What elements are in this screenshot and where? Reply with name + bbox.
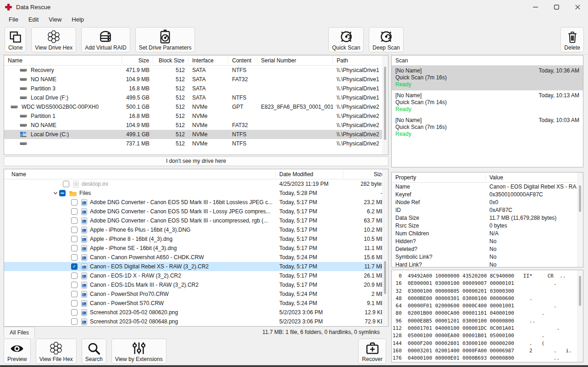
drive-row[interactable]: Recovery471.9 MB512SATANTFS\\.\PhysicalD… [4, 66, 388, 75]
file-row[interactable]: Apple - iPhone SE - 16bit (4_3).dngToday… [4, 244, 388, 253]
file-row[interactable]: Adobe DNG Converter - Canon EOS 5D Mark … [4, 216, 388, 225]
file-row[interactable]: Canon - EOS-1Ds Mark III - RAW (3_2).CR2… [4, 280, 388, 289]
drive-col-path[interactable]: Path [333, 57, 388, 64]
prop-col-property[interactable]: Property [392, 174, 486, 181]
view-file-hex-button[interactable]: View File Hex [36, 339, 77, 364]
hex-row: 48 0000BE00 00000301 03000100 00000600 . [393, 295, 582, 302]
file-checkbox[interactable] [71, 263, 78, 270]
file-row[interactable]: Canon - PowerShot Pro70.CRWToday, 5:24 P… [4, 289, 388, 299]
file-size: 26.1 MB [344, 272, 388, 279]
file-row[interactable]: Screenshot 2023-05-02 080620.png5/2/2023… [4, 308, 388, 317]
drive-icon [20, 68, 27, 72]
delete-button[interactable]: Delete [560, 27, 584, 52]
deep-scan-button[interactable]: Deep Scan [369, 27, 403, 52]
quick-scan-button[interactable]: Quick Scan [328, 27, 364, 52]
file-row[interactable]: Adobe DNG Converter - Canon EOS 5D Mark … [4, 207, 388, 216]
file-size: 12.9 KB [344, 309, 388, 316]
drive-name-cell: Local Drive (C:) [4, 131, 122, 138]
drive-col-interface[interactable]: Interface [189, 57, 228, 64]
maximize-button[interactable] [546, 0, 567, 14]
hex-row: 176 04000100 00000E01 0000B693 00000800 … [393, 355, 582, 362]
drive-table-scrollbar[interactable] [382, 56, 388, 155]
scan-time: Today, 10:13 AM [539, 92, 580, 99]
scan-entry[interactable]: [No Name]Today, 10:36 AMQuick Scan (7m 1… [392, 66, 583, 90]
file-row[interactable]: Apple - iPhone 8 - 16bit (4_3).dngToday,… [4, 234, 388, 244]
menu-item-file[interactable]: File [5, 15, 22, 24]
file-checkbox[interactable] [71, 208, 78, 215]
recover-button[interactable]: Recover [358, 339, 386, 364]
file-row[interactable]: Canon - PowerShot S70.CRWToday, 5:24 PM9… [4, 299, 388, 308]
menu-item-view[interactable]: View [44, 15, 66, 24]
file-row[interactable]: Adobe DNG Converter - Canon EOS 5D Mark … [4, 198, 388, 207]
drive-row[interactable]: Partition 316.8 MB512SATA\\.\PhysicalDri… [4, 84, 388, 93]
file-row[interactable]: Canon - Canon Powershot A650 - CHDK.CRWT… [4, 253, 388, 262]
preview-button[interactable]: Preview [4, 339, 31, 364]
file-row[interactable]: Canon - EOS-1D X - RAW (3_2).CR2Today, 5… [4, 271, 388, 280]
drive-col-content[interactable]: Content [228, 57, 257, 64]
chevron-down-icon[interactable] [52, 189, 59, 197]
file-checkbox[interactable] [71, 217, 78, 224]
drive-content: NTFS [228, 140, 257, 147]
file-checkbox[interactable] [71, 309, 78, 316]
prop-col-value[interactable]: Value [486, 174, 583, 181]
drive-col-name[interactable]: Name [4, 57, 122, 64]
search-button[interactable]: Search [82, 339, 106, 364]
property-panel-scrollbar[interactable] [577, 172, 583, 267]
app-logo-icon [5, 3, 12, 11]
property-name: Rsrc Size [392, 222, 486, 229]
drive-row[interactable]: Partition 116.8 MB512NVMe\\.\PhysicalDri… [4, 111, 388, 121]
drive-col-size[interactable]: Size [122, 57, 153, 64]
file-col-name[interactable]: Name [4, 171, 276, 178]
file-row[interactable]: Screenshot 2023-05-02 080648.png5/2/2023… [4, 317, 388, 326]
file-checkbox[interactable] [59, 190, 66, 196]
file-col-size[interactable]: Size [344, 171, 388, 178]
drive-row[interactable]: Local Drive (F:)499.5 GB512SATANTFS\\.\P… [4, 93, 388, 102]
view-drive-hex-button[interactable]: View Drive Hex [31, 27, 76, 52]
file-checkbox[interactable] [71, 318, 78, 325]
drive-size: 471.9 MB [122, 67, 153, 73]
drive-col-block-size[interactable]: Block Size [153, 57, 189, 64]
all-files-tab[interactable]: All Files [4, 327, 35, 338]
clone-icon [9, 30, 22, 44]
set-drive-parameters-button[interactable]: Set Drive Parameters [135, 27, 195, 52]
file-checkbox[interactable] [71, 291, 78, 297]
minimize-button[interactable] [525, 0, 546, 14]
file-checkbox[interactable] [71, 227, 78, 233]
file-checkbox[interactable] [71, 199, 78, 206]
file-checkbox[interactable] [71, 245, 78, 251]
file-checkbox[interactable] [71, 236, 78, 242]
image-file-icon [81, 272, 87, 279]
file-col-date-modified[interactable]: Date Modified [276, 171, 344, 178]
file-checkbox[interactable] [63, 181, 69, 187]
file-table-scrollbar[interactable] [382, 169, 388, 326]
menu-item-help[interactable]: Help [67, 15, 88, 24]
drive-content: FAT32 [228, 122, 257, 128]
dont-see-drive-button[interactable]: I don't see my drive here [4, 156, 388, 166]
clone-button[interactable]: Clone [5, 27, 26, 52]
hex-panel-scrollbar[interactable] [577, 270, 583, 362]
image-file-icon [81, 236, 87, 243]
file-checkbox[interactable] [71, 272, 78, 279]
drive-col-serial[interactable]: Serial Number [257, 57, 333, 64]
scan-entry[interactable]: [No Name]Today, 10:03 AMQuick Scan (7m 1… [392, 115, 583, 140]
close-button[interactable] [567, 0, 588, 14]
view-by-extensions-button[interactable]: View by Extensions [111, 339, 166, 364]
scan-entry[interactable]: [No Name]Today, 10:13 AMQuick Scan (7m 1… [392, 90, 583, 115]
drive-row[interactable]: NO NAME104.9 MB512SATAFAT32\\.\PhysicalD… [4, 75, 388, 84]
drive-row[interactable]: 737.1 MB512NVMeNTFS\\.\PhysicalDrive2 [4, 139, 388, 148]
file-row[interactable]: FilesToday, 5:28 PM-- [4, 189, 388, 198]
file-checkbox[interactable] [71, 300, 78, 306]
drive-row[interactable]: Local Drive (C:)499.1 GB512NVMeNTFS\\.\P… [4, 130, 388, 139]
file-checkbox[interactable] [71, 254, 78, 261]
menu-item-edit[interactable]: Edit [24, 15, 43, 24]
file-checkbox[interactable] [71, 282, 78, 288]
file-row[interactable]: Apple - iPhone 6s Plus - 16bit (4_3).DNG… [4, 225, 388, 234]
file-size: -- [344, 190, 388, 196]
drive-icon [20, 123, 27, 128]
file-row[interactable]: desktop.ini4/25/2023 11:19 PM282 bytes [4, 179, 388, 189]
file-row[interactable]: Canon - EOS Digital Rebel XS - RAW (3_2)… [4, 262, 388, 271]
drive-row[interactable]: WDC WDS500G2B0C-00PXH0500.1 GB512NVMeGPT… [4, 102, 388, 111]
drive-row[interactable]: NO NAME104.9 MB512NVMeFAT32\\.\PhysicalD… [4, 121, 388, 130]
scan-status: Ready [395, 131, 579, 138]
add-virtual-raid-button[interactable]: Add Virtual RAID [81, 27, 130, 52]
